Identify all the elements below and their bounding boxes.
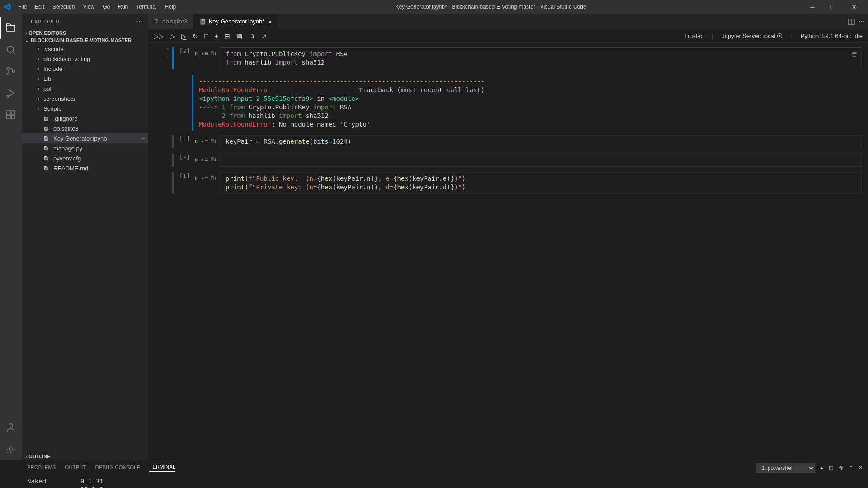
menu-run[interactable]: Run [114,2,132,12]
menu-selection[interactable]: Selection [49,2,78,12]
menu-terminal[interactable]: Terminal [132,2,160,12]
open-editors-header[interactable]: › OPEN EDITORS [22,29,148,37]
tree-item[interactable]: 🗎pyvenv.cfg [22,153,148,163]
explorer-label: EXPLORER [31,19,136,24]
close-button[interactable]: ✕ [844,0,864,14]
tree-item[interactable]: ›poll [22,84,148,94]
project-header[interactable]: ⌄ BLOCKCHAIN-BASED-E-VOTING-MASTER [22,37,148,44]
more-icon[interactable]: ⋯ [136,17,143,26]
outline-label: OUTLINE [28,454,50,459]
restart-icon[interactable]: ↻ [193,33,198,40]
terminal-select[interactable]: 1: powershell [756,463,815,473]
run-by-line-icon[interactable]: ▸≡ [201,156,208,163]
maximize-panel-icon[interactable]: ⌃ [849,465,853,471]
activity-source-control[interactable] [0,61,22,82]
chevron-right-icon: › [38,56,43,61]
kernel-label[interactable]: Python 3.9.1 64-bit: Idle [801,33,863,39]
run-cell-icon[interactable]: ▷ [195,156,198,163]
tree-item[interactable]: 🗎manage.py [22,143,148,153]
add-cell-icon[interactable]: + [214,33,218,40]
run-below-icon[interactable]: ▷̲ [181,33,186,40]
db-icon: 🗎 [154,18,160,25]
kill-terminal-icon[interactable]: 🗑 [839,465,844,471]
more-icon[interactable]: ⋯ [859,18,864,25]
markdown-icon[interactable]: M↓ [211,50,217,56]
export-icon[interactable]: ↗ [261,33,267,40]
menu-go[interactable]: Go [99,2,113,12]
cell-code[interactable]: print(f"Public key: (n={hex(keyPair.n)},… [220,172,862,194]
panel-tab-output[interactable]: OUTPUT [65,465,86,472]
jupyter-server[interactable]: Jupyter Server: local ⦿ [722,33,783,39]
trash-icon[interactable]: 🗑 [851,51,858,58]
tree-item[interactable]: ›.vscode [22,44,148,54]
tree-item[interactable]: ›Lib [22,74,148,84]
file-icon: 🗎 [43,155,51,162]
minimize-button[interactable]: ─ [802,0,823,14]
outline-header[interactable]: › OUTLINE [22,453,148,460]
panel-tab-problems[interactable]: PROBLEMS [27,465,56,472]
file-icon: 🗎 [43,115,51,122]
tree-item[interactable]: 🗎db.sqlite3 [22,123,148,133]
close-panel-icon[interactable]: ✕ [859,465,863,471]
cell-code[interactable]: keyPair = RSA.generate(bits=1024) [220,135,862,148]
markdown-icon[interactable]: M↓ [211,138,217,144]
tree-item[interactable]: 🗎Key Generator.ipynb+ [22,133,148,143]
activity-explorer[interactable] [0,17,22,39]
file-icon: 🗎 [43,135,51,142]
toggle-icon[interactable]: ⊟ [225,33,230,40]
tree-item[interactable]: ›Include [22,64,148,74]
run-cell-icon[interactable]: ▷ [195,175,198,181]
run-cell-icon[interactable]: ▷ [195,50,198,56]
markdown-icon[interactable]: M↓ [211,156,217,163]
save-icon[interactable]: 🗎 [249,33,255,40]
cell-code[interactable] [220,154,862,167]
tree-item[interactable]: 🗎README.md [22,163,148,173]
run-cell-icon[interactable]: ▷ [195,138,198,144]
tree-item[interactable]: 🗎.gitignore [22,113,148,123]
chevron-right-icon: › [38,76,43,81]
interrupt-icon[interactable]: □ [204,33,208,40]
cell-bar [172,135,174,148]
tab-dbsqlite3[interactable]: 🗎 db.sqlite3 [148,14,193,29]
trusted-label[interactable]: Trusted [684,33,704,39]
new-terminal-icon[interactable]: + [821,465,823,471]
run-by-line-icon[interactable]: ▸≡ [201,50,208,56]
close-icon[interactable]: × [268,18,272,25]
variables-icon[interactable]: ▦ [236,33,242,40]
terminal[interactable]: Naked 0.1.31pip 20.3.3pycryptodome 3.9.9… [22,475,868,488]
activity-extensions[interactable] [0,104,22,126]
notebook-body[interactable]: ⌃ ⌄ [2] ▷ ▸≡ M↓ 🗑 from Crypto.PublicKey … [148,43,868,460]
editor-tabs: 🗎 db.sqlite3 📓 Key Generator.ipynb* × ⋯ [148,14,868,29]
cell-code[interactable]: 🗑 from Crypto.PublicKey import RSA from … [220,47,862,69]
menu-file[interactable]: File [14,2,30,12]
window-title: Key Generator.ipynb* - Blockchain-based-… [179,4,802,10]
markdown-icon[interactable]: M↓ [211,175,217,181]
tree-item[interactable]: ›Scripts [22,103,148,113]
menu-edit[interactable]: Edit [31,2,48,12]
activity-settings[interactable] [0,438,22,460]
chevron-down-icon: ⌄ [25,38,29,43]
tab-key-generator[interactable]: 📓 Key Generator.ipynb* × [193,14,278,29]
activity-run-debug[interactable] [0,82,22,104]
collapse-up-icon[interactable]: ⌃ [166,47,169,52]
add-cell-icon[interactable]: + [141,135,145,142]
panel-tab-terminal[interactable]: TERMINAL [149,464,175,472]
run-by-line-icon[interactable]: ▸≡ [201,175,208,181]
split-editor-icon[interactable] [848,18,855,25]
panel-tab-debug[interactable]: DEBUG CONSOLE [95,465,141,472]
run-above-icon[interactable]: ▷̄ [170,33,175,40]
collapse-down-icon[interactable]: ⌄ [166,53,169,57]
cell-exec-label: [-] [175,154,193,167]
menu-view[interactable]: View [79,2,98,12]
activity-search[interactable] [0,39,22,61]
run-all-icon[interactable]: ▷▷ [154,33,164,40]
split-terminal-icon[interactable]: ◫ [829,465,833,471]
tree-item[interactable]: ›screenshots [22,94,148,103]
svg-point-3 [7,73,9,75]
tree-item[interactable]: ›blockchain_voting [22,54,148,64]
run-by-line-icon[interactable]: ▸≡ [201,138,208,144]
maximize-button[interactable]: ❐ [823,0,844,14]
file-icon: 🗎 [43,165,51,172]
activity-account[interactable] [0,417,22,438]
menu-help[interactable]: Help [161,2,180,12]
